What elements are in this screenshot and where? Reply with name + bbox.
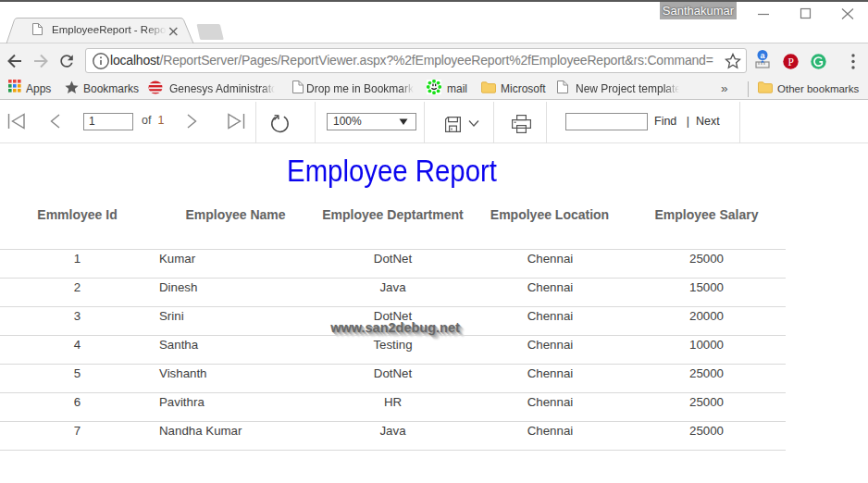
svg-text:P: P — [787, 56, 793, 68]
